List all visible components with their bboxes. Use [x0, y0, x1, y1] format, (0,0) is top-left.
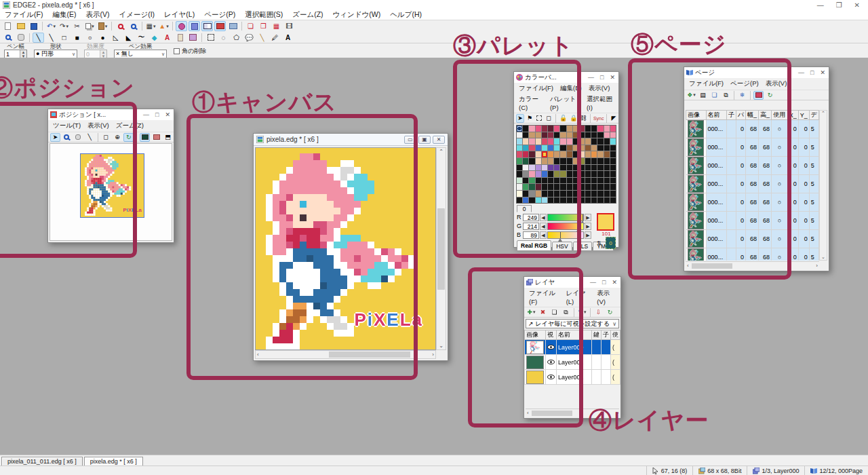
layer-row[interactable]: Layer002(	[525, 355, 620, 370]
palette-swatch[interactable]	[579, 132, 585, 138]
palette-swatch[interactable]	[585, 151, 591, 157]
tool-eyedropper-icon[interactable]: 🖉	[269, 33, 281, 43]
palette-swatch[interactable]	[554, 132, 559, 138]
palette-swatch[interactable]	[591, 184, 597, 190]
palette-swatch[interactable]	[548, 191, 553, 197]
position-window-titlebar[interactable]: ポジション [ x... —□✕	[48, 109, 174, 120]
page-new-icon[interactable]: ❖▾	[686, 91, 696, 100]
rgb-slider[interactable]	[547, 231, 584, 239]
current-color-swatch[interactable]	[597, 213, 614, 231]
page-maximize-button[interactable]: □	[810, 69, 814, 76]
pos-crosshair-icon[interactable]: ⊕	[113, 133, 123, 142]
palette-menu-item[interactable]: カラー(C)	[515, 94, 547, 112]
palette-swatch[interactable]	[610, 197, 616, 204]
layer-menu-item[interactable]: レイヤ(L)	[563, 288, 594, 306]
rgb-slider[interactable]	[547, 214, 584, 221]
rgb-increment-button[interactable]: ▶	[585, 223, 591, 230]
palette-swatch[interactable]	[573, 165, 578, 171]
palette-swatch[interactable]	[560, 191, 566, 197]
palette-swatch[interactable]	[517, 197, 522, 204]
corner-delete-checkbox[interactable]: 角の削除	[174, 47, 206, 56]
palette-swatch[interactable]	[548, 151, 553, 157]
palette-close-button[interactable]: ✕	[610, 74, 615, 81]
palette-swatch[interactable]	[536, 145, 541, 151]
pal-flag-cursor-icon[interactable]: ⚑	[526, 114, 534, 123]
palette-swatch[interactable]	[573, 184, 578, 190]
layer-minimize-button[interactable]: —	[590, 279, 596, 286]
page-window-titlebar[interactable]: ページ —□✕	[684, 67, 829, 78]
palette-swatch[interactable]	[579, 126, 585, 132]
palette-swatch[interactable]	[560, 171, 566, 177]
palette-swatch[interactable]	[597, 151, 603, 157]
page-column-header[interactable]: 幅_	[746, 111, 759, 120]
palette-swatch[interactable]	[523, 158, 528, 164]
palette-swatch[interactable]	[585, 158, 591, 164]
palette-swatch[interactable]	[517, 145, 522, 151]
canvas-horizontal-scrollbar[interactable]: ‹›	[255, 350, 436, 359]
canvas-vertical-scrollbar[interactable]: ⌃⌄	[436, 147, 446, 350]
page-menu-item[interactable]: ページ(P)	[727, 79, 762, 89]
menu-item[interactable]: ページ(P)	[199, 10, 240, 20]
palette-swatch[interactable]	[554, 138, 559, 145]
palette-swatch[interactable]	[579, 138, 585, 145]
palette-swatch[interactable]	[604, 178, 610, 184]
pos-cursor-icon[interactable]: ➤	[50, 133, 60, 142]
palette-swatch[interactable]	[529, 138, 534, 145]
layer-column-header[interactable]: 名前	[557, 330, 592, 340]
pal-lock-closed-icon[interactable]: 🔒	[569, 114, 578, 123]
select-magic-icon[interactable]: ╲	[256, 33, 268, 43]
page-row[interactable]: 000...06868○005	[686, 230, 819, 248]
palette-swatch[interactable]	[579, 145, 585, 151]
menu-item[interactable]: ファイル(F)	[0, 10, 47, 20]
palette-swatch[interactable]	[567, 158, 572, 164]
palette-swatch[interactable]	[529, 191, 534, 197]
palette-swatch[interactable]	[591, 165, 597, 171]
canvas-maximize-button[interactable]: ▣	[418, 136, 431, 144]
layer-visibility-eye-icon[interactable]	[547, 345, 555, 349]
pos-hand-icon[interactable]	[73, 133, 83, 142]
tool-line-icon[interactable]: ╲	[45, 33, 57, 43]
palette-swatch[interactable]	[542, 184, 547, 190]
color-mode-tab[interactable]: Real RGB	[517, 240, 551, 251]
layer-horizontal-scrollbar[interactable]: ‹›	[526, 408, 619, 417]
palette-swatch[interactable]	[529, 151, 534, 157]
palette-swatch[interactable]	[523, 165, 528, 171]
palette-swatch[interactable]	[567, 197, 572, 204]
palette-swatch[interactable]	[529, 197, 534, 204]
palette-swatch[interactable]	[523, 184, 528, 190]
palette-swatch[interactable]	[548, 145, 553, 151]
palette-swatch[interactable]	[529, 126, 534, 132]
palette-swatch[interactable]	[573, 126, 578, 132]
pal-lock-open-icon[interactable]: 🔓	[559, 114, 568, 123]
palette-swatch[interactable]	[554, 197, 559, 204]
palette-swatch[interactable]	[542, 165, 547, 171]
palette-swatch[interactable]	[591, 197, 597, 204]
palette-swatch[interactable]	[567, 145, 572, 151]
select-polygon-icon[interactable]: ⬠	[231, 33, 242, 43]
page-column-header[interactable]: 子	[726, 111, 736, 120]
position-minimize-button[interactable]: —	[143, 111, 149, 118]
palette-swatch[interactable]	[548, 165, 553, 171]
palette-swatch[interactable]	[554, 165, 559, 171]
palette-swatch[interactable]	[604, 158, 610, 164]
palette-swatch[interactable]	[523, 126, 528, 132]
toggle-position-window-icon[interactable]	[189, 21, 200, 31]
palette-swatch[interactable]	[591, 132, 597, 138]
tool-rect-fill-icon[interactable]: ■	[71, 33, 83, 43]
palette-swatch[interactable]	[567, 151, 572, 157]
palette-swatch[interactable]	[604, 145, 610, 151]
tool-rect-icon[interactable]: □	[58, 33, 70, 43]
layer-add-icon[interactable]: ❏	[245, 21, 256, 31]
position-menu-item[interactable]: ツール(T)	[50, 121, 84, 131]
palette-swatch[interactable]	[548, 171, 553, 177]
page-book-icon[interactable]: ▤	[698, 91, 708, 100]
palette-swatch[interactable]	[597, 132, 603, 138]
palette-swatch[interactable]	[579, 197, 585, 204]
palette-swatch[interactable]	[585, 184, 591, 190]
select-lasso-icon[interactable]: 💬	[243, 33, 255, 43]
layer-merge-down-icon[interactable]: ⇩	[593, 308, 604, 317]
pos-monitor-icon[interactable]	[140, 133, 150, 142]
palette-swatch[interactable]	[542, 132, 547, 138]
palette-swatch[interactable]	[585, 138, 591, 145]
palette-swatch[interactable]	[567, 178, 572, 184]
